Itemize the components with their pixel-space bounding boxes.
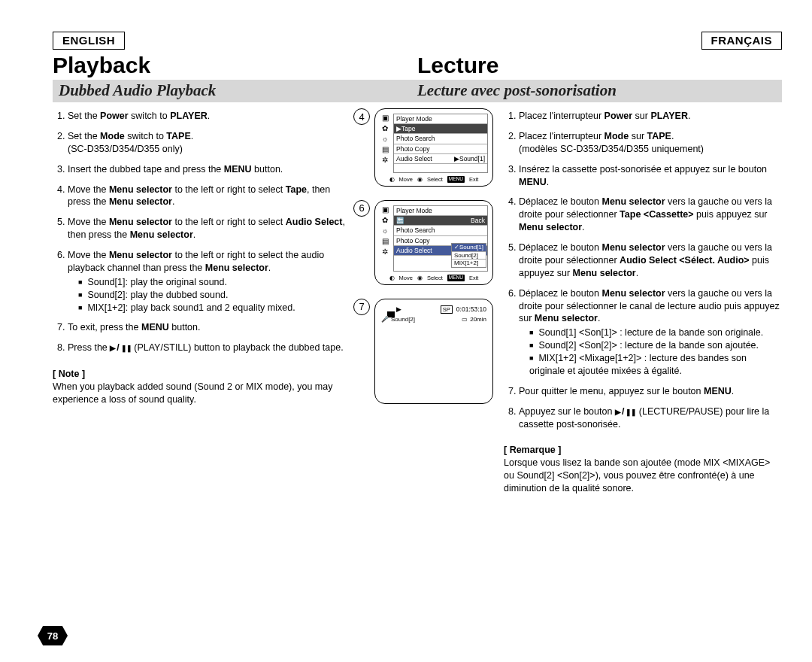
joystick-icon: ◐ — [389, 176, 395, 183]
subtitle-left: Dubbed Audio Playback — [59, 81, 417, 100]
select-icon: ◉ — [417, 176, 423, 183]
fr-step-5: Déplacez le bouton Menu selector vers la… — [519, 241, 782, 280]
fr-step-8: Appuyez sur le bouton / (LECTURE/PAUSE) … — [519, 405, 782, 431]
fr-bullet-sound2: Sound[2] <Son[2]> : lecture de la bande … — [529, 339, 782, 352]
menu-row-back: 🔙 Back — [394, 215, 487, 225]
timecode: 0:01:53:10 — [456, 305, 486, 313]
camcorder-icon: ▣ — [380, 206, 389, 214]
step-badge-7: 7 — [353, 299, 370, 315]
en-bullet-mix: MIX[1+2]: play back sound1 and 2 equalit… — [78, 302, 346, 314]
menu-title: Player Mode — [394, 114, 487, 123]
en-bullet-sound1: Sound[1]: play the original sound. — [78, 276, 346, 289]
column-english: Set the Power switch to PLAYER. Set the … — [53, 108, 346, 495]
memory-icon: ▤ — [380, 238, 389, 245]
en-step-1: Set the Power switch to PLAYER. — [68, 110, 346, 123]
fr-bullet-sound1: Sound[1] <Son[1]> : lecture de la bande … — [529, 326, 782, 339]
hint-exit: Exit — [469, 176, 479, 183]
subtitle-right: Lecture avec post-sonorisation — [417, 81, 776, 100]
option-sound2: Sound[2] — [452, 251, 486, 260]
menu-row-tape: ▶Tape — [394, 123, 487, 133]
en-step-6: Move the Menu selector to the left or ri… — [68, 249, 346, 314]
fr-step-2: Placez l'interrupteur Mode sur TAPE. (mo… — [519, 130, 782, 156]
settings-icon: ✲ — [380, 248, 389, 256]
play-icon: ▶ — [396, 305, 401, 313]
fr-step-6: Déplacez le bouton Menu selector vers la… — [519, 287, 782, 378]
menu-row-audio-select: Audio Select▶Sound[1] — [394, 153, 487, 163]
menu-title: Player Mode — [394, 206, 487, 215]
menu-row-photo-copy: Photo Copy — [394, 144, 487, 153]
playback-screen-7: ▶ SP 0:01:53:10 🎤 Sound[2] ▭ 20min — [374, 299, 493, 404]
fr-note-heading: [ Remarque ] — [504, 444, 782, 457]
title-right: Lecture — [417, 53, 782, 78]
hint-move: Move — [399, 176, 413, 183]
select-icon: ◉ — [417, 275, 423, 281]
record-icon: ☼ — [380, 227, 389, 235]
en-note-body: When you playback added sound (Sound 2 o… — [53, 381, 346, 406]
play-pause-icon: / — [615, 405, 636, 418]
record-icon: ☼ — [380, 135, 389, 143]
fr-bullet-mix: MIX[1+2] <Mixage[1+2]> : lecture des ban… — [529, 352, 782, 378]
hint-select: Select — [427, 176, 443, 183]
audio-select-options: ✓Sound[1] Sound[2] MIX[1+2] — [451, 243, 486, 268]
menu-screen-6: ▣ ✿ ☼ ▤ ✲ Player Mode 🔙 Back Photo Searc… — [374, 200, 493, 285]
menu-key-icon: MENU — [447, 275, 465, 281]
fr-step-7: Pour quitter le menu, appuyez sur le bou… — [519, 385, 782, 398]
fr-step-3: Insérez la cassette post-sonorisée et ap… — [519, 163, 782, 189]
settings-icon: ✲ — [380, 156, 389, 164]
step-badge-6: 6 — [353, 200, 370, 217]
menu-row-photo-search: Photo Search — [394, 133, 487, 143]
mic-icon: 🎤 — [381, 316, 389, 323]
tape-icon: ▭ — [462, 316, 468, 323]
en-step-3: Insert the dubbed tape and press the MEN… — [68, 163, 346, 176]
language-tab-francais: FRANÇAIS — [701, 32, 783, 50]
camcorder-icon: ▣ — [380, 114, 389, 122]
play-pause-icon: / — [110, 342, 131, 354]
camera-icon: ✿ — [380, 125, 389, 132]
language-tab-english: ENGLISH — [53, 32, 125, 50]
fr-step-1: Placez l'interrupteur Power sur PLAYER. — [519, 110, 782, 123]
en-step-8: Press the / (PLAY/STILL) button to playb… — [68, 342, 346, 354]
column-francais: Placez l'interrupteur Power sur PLAYER. … — [504, 108, 782, 495]
en-step-7: To exit, press the MENU button. — [68, 321, 346, 334]
en-step-2: Set the Mode switch to TAPE. (SC-D353/D3… — [68, 130, 346, 156]
menu-screen-4: ▣ ✿ ☼ ▤ ✲ Player Mode ▶Tape Photo Search… — [374, 108, 493, 187]
en-note-heading: [ Note ] — [53, 368, 346, 381]
step-badge-4: 4 — [353, 108, 370, 125]
en-step-5: Move the Menu selector to the left or ri… — [68, 216, 346, 241]
en-bullet-sound2: Sound[2]: play the dubbed sound. — [78, 289, 346, 302]
joystick-icon: ◐ — [389, 275, 395, 281]
title-left: Playback — [53, 53, 417, 78]
hint-exit: Exit — [469, 275, 479, 281]
page-number-badge: 78 — [38, 626, 68, 645]
en-step-4: Move the Menu selector to the left or ri… — [68, 184, 346, 209]
fr-step-4: Déplacez le bouton Menu selector vers la… — [519, 196, 782, 234]
sp-badge: SP — [441, 305, 453, 314]
menu-row-photo-search: Photo Search — [394, 225, 487, 235]
hint-move: Move — [399, 275, 413, 281]
fr-note-body: Lorsque vous lisez la bande son ajoutée … — [504, 457, 782, 495]
option-sound1: ✓Sound[1] — [452, 244, 486, 251]
tape-remaining: 20min — [470, 316, 486, 323]
option-mix: MIX[1+2] — [452, 259, 486, 267]
column-screens: 4 ▣ ✿ ☼ ▤ ✲ Player Mode ▶Tape — [353, 108, 496, 495]
menu-key-icon: MENU — [447, 176, 465, 183]
hint-select: Select — [427, 275, 443, 281]
camera-icon: ✿ — [380, 217, 389, 224]
memory-icon: ▤ — [380, 146, 389, 153]
sound-label: Sound[2] — [391, 316, 415, 323]
